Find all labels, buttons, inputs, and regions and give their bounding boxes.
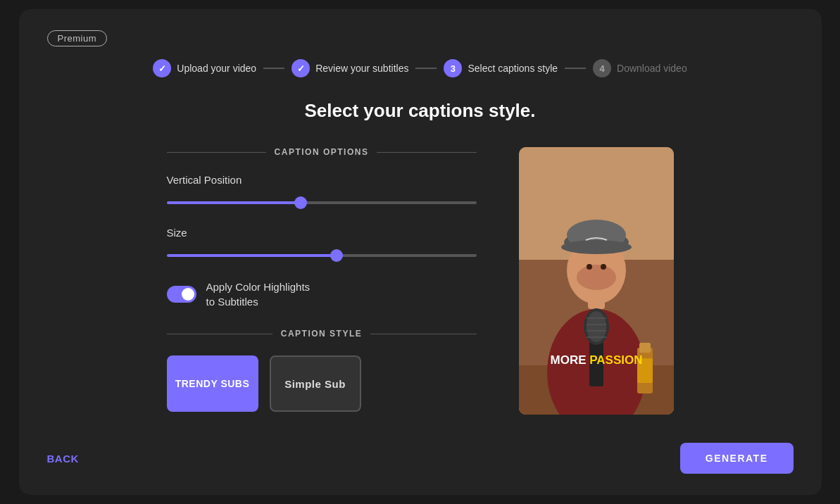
size-label: Size	[167, 227, 477, 239]
caption-options-header: CAPTION OPTIONS	[167, 147, 477, 157]
color-highlights-toggle[interactable]	[167, 286, 196, 303]
caption-style-header: CAPTION STYLE	[167, 329, 477, 339]
svg-point-8	[561, 240, 632, 254]
step-1-label: Upload your video	[177, 63, 256, 74]
step-4: 4 Download video	[593, 59, 687, 77]
style-divider-line-right	[370, 334, 476, 334]
step-4-label: Download video	[617, 63, 687, 74]
vertical-position-control: Vertical Position	[167, 174, 477, 207]
video-preview: MORE PASSION	[519, 147, 674, 415]
step-3-label: Select captions style	[468, 63, 558, 74]
svg-point-9	[577, 265, 616, 290]
caption-card-trendy[interactable]: TRENDY SUBS	[167, 355, 258, 412]
step-2: ✓ Review your subtitles	[292, 59, 408, 77]
step-2-icon: ✓	[292, 59, 310, 77]
step-4-icon: 4	[593, 59, 611, 77]
caption-style-label: CAPTION STYLE	[281, 329, 363, 339]
step-divider-3	[565, 68, 586, 69]
premium-badge: Premium	[47, 30, 108, 46]
step-divider-2	[415, 68, 437, 69]
svg-point-10	[587, 264, 592, 270]
divider-line-left	[167, 152, 266, 153]
step-3: 3 Select captions style	[444, 59, 558, 77]
vertical-position-label: Vertical Position	[167, 174, 477, 186]
simple-label: Simple Sub	[284, 378, 346, 390]
trendy-label: TRENDY SUBS	[175, 378, 250, 390]
back-button[interactable]: BACK	[47, 453, 79, 465]
caption-options-label: CAPTION OPTIONS	[275, 147, 369, 157]
size-slider[interactable]	[167, 254, 477, 257]
caption-cards: TRENDY SUBS Simple Sub	[167, 355, 477, 412]
svg-rect-20	[639, 343, 651, 353]
color-highlights-label: Apply Color Highlightsto Subtitles	[206, 279, 311, 309]
step-1-icon: ✓	[153, 59, 171, 77]
left-panel: CAPTION OPTIONS Vertical Position Size A…	[167, 147, 477, 412]
svg-point-11	[601, 264, 606, 270]
bottom-bar: BACK GENERATE	[47, 443, 794, 474]
generate-button[interactable]: GENERATE	[680, 443, 794, 474]
page-title: Select your captions style.	[47, 100, 794, 122]
color-highlights-toggle-row: Apply Color Highlightsto Subtitles	[167, 279, 477, 309]
video-scene-svg: MORE PASSION	[519, 147, 674, 415]
step-1: ✓ Upload your video	[153, 59, 256, 77]
stepper: ✓ Upload your video ✓ Review your subtit…	[47, 59, 794, 77]
size-control: Size	[167, 227, 477, 260]
style-divider-line-left	[167, 334, 272, 334]
step-divider-1	[263, 68, 284, 69]
vertical-position-slider[interactable]	[167, 201, 477, 204]
step-2-label: Review your subtitles	[315, 63, 408, 74]
divider-line-right	[377, 152, 476, 153]
caption-card-simple[interactable]: Simple Sub	[270, 355, 361, 412]
svg-text:MORE PASSION: MORE PASSION	[550, 353, 642, 367]
video-preview-panel: MORE PASSION	[519, 147, 674, 415]
step-3-icon: 3	[444, 59, 462, 77]
main-content: CAPTION OPTIONS Vertical Position Size A…	[47, 147, 794, 415]
app-container: Premium ✓ Upload your video ✓ Review you…	[19, 9, 822, 495]
